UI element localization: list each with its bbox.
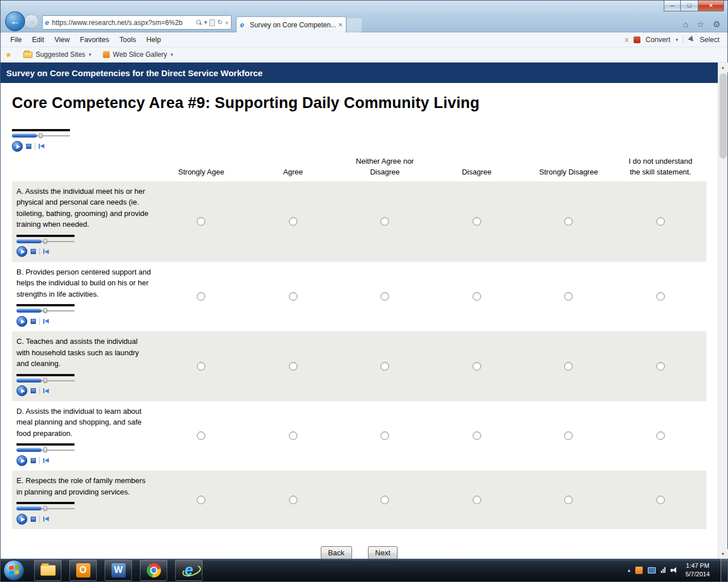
favorites-star-icon[interactable]: ☆ bbox=[697, 19, 704, 30]
radio-option[interactable] bbox=[289, 217, 297, 226]
radio-option[interactable] bbox=[289, 496, 297, 504]
taskbar-clock[interactable]: 1:47 PM 5/7/2014 bbox=[683, 562, 715, 579]
radio-option[interactable] bbox=[564, 362, 573, 371]
radio-option[interactable] bbox=[380, 292, 389, 301]
audio-player[interactable] bbox=[16, 443, 75, 466]
play-button[interactable] bbox=[16, 455, 27, 466]
player-slider-handle[interactable] bbox=[43, 308, 47, 313]
network-display-icon[interactable] bbox=[648, 567, 656, 573]
suggested-sites-button[interactable]: Suggested Sites bbox=[36, 51, 85, 59]
vertical-scrollbar[interactable]: ▲ ▼ bbox=[718, 63, 727, 559]
web-slice-gallery-button[interactable]: Web Slice Gallery bbox=[113, 51, 167, 59]
convert-caret-icon[interactable]: ▾ bbox=[676, 37, 679, 43]
tab-close-icon[interactable]: × bbox=[338, 21, 342, 29]
suggested-sites-caret-icon[interactable]: ▾ bbox=[89, 52, 92, 57]
add-favorite-icon[interactable]: ★ bbox=[5, 51, 12, 59]
scroll-thumb[interactable] bbox=[719, 73, 727, 159]
radio-option[interactable] bbox=[656, 362, 665, 371]
radio-option[interactable] bbox=[380, 496, 389, 504]
scroll-up-button[interactable]: ▲ bbox=[718, 63, 728, 72]
radio-option[interactable] bbox=[197, 217, 205, 226]
play-button[interactable] bbox=[16, 246, 27, 257]
player-slider-handle[interactable] bbox=[43, 239, 47, 244]
maximize-button[interactable]: □ bbox=[681, 1, 698, 11]
new-tab-stub[interactable] bbox=[347, 18, 362, 32]
stop-button[interactable] bbox=[31, 249, 36, 254]
toolbar-close-icon[interactable]: x bbox=[625, 36, 628, 44]
skip-to-start-button[interactable] bbox=[43, 319, 49, 324]
radio-option[interactable] bbox=[656, 496, 665, 504]
radio-option[interactable] bbox=[564, 496, 573, 504]
menu-item-tools[interactable]: Tools bbox=[114, 36, 141, 44]
browser-tab[interactable]: e Survey on Core Competen... × bbox=[236, 16, 346, 32]
radio-option[interactable] bbox=[289, 362, 297, 371]
compatibility-icon[interactable] bbox=[209, 19, 215, 26]
skip-to-start-button[interactable] bbox=[39, 144, 44, 149]
radio-option[interactable] bbox=[473, 217, 481, 226]
radio-option[interactable] bbox=[380, 431, 389, 440]
audio-player[interactable] bbox=[16, 304, 75, 327]
taskbar-item-explorer[interactable] bbox=[34, 560, 61, 581]
network-signal-icon[interactable] bbox=[661, 567, 665, 573]
menu-item-file[interactable]: File bbox=[5, 36, 27, 44]
radio-option[interactable] bbox=[473, 431, 481, 440]
address-dropdown-caret[interactable]: ▾ bbox=[204, 19, 208, 26]
radio-option[interactable] bbox=[656, 431, 665, 440]
radio-option[interactable] bbox=[289, 292, 297, 301]
stop-button[interactable] bbox=[26, 144, 31, 149]
radio-option[interactable] bbox=[197, 292, 205, 301]
player-seek-slider[interactable] bbox=[16, 307, 75, 314]
play-button[interactable] bbox=[16, 316, 27, 327]
tray-app-icon[interactable] bbox=[635, 567, 643, 574]
minimize-button[interactable]: – bbox=[664, 1, 681, 11]
search-icon[interactable] bbox=[196, 19, 202, 26]
close-button[interactable]: × bbox=[698, 1, 724, 11]
play-button[interactable] bbox=[12, 141, 23, 152]
radio-option[interactable] bbox=[564, 217, 573, 226]
back-button[interactable]: ← bbox=[5, 11, 25, 31]
radio-option[interactable] bbox=[473, 496, 481, 504]
convert-button[interactable]: Convert bbox=[646, 36, 671, 44]
player-slider-handle[interactable] bbox=[43, 378, 47, 383]
audio-player[interactable] bbox=[16, 235, 75, 257]
home-icon[interactable]: ⌂ bbox=[683, 19, 688, 30]
web-slice-caret-icon[interactable]: ▾ bbox=[171, 52, 173, 57]
radio-option[interactable] bbox=[380, 217, 389, 226]
play-button[interactable] bbox=[16, 385, 27, 396]
menu-item-view[interactable]: View bbox=[49, 36, 75, 44]
menu-item-help[interactable]: Help bbox=[141, 36, 166, 44]
taskbar-item-chrome[interactable] bbox=[140, 560, 167, 581]
radio-option[interactable] bbox=[473, 362, 481, 371]
radio-option[interactable] bbox=[289, 431, 297, 440]
skip-to-start-button[interactable] bbox=[43, 388, 49, 393]
taskbar-item-outlook[interactable]: O bbox=[69, 560, 97, 581]
player-slider-handle[interactable] bbox=[39, 133, 43, 138]
select-button[interactable]: Select bbox=[700, 36, 719, 44]
scroll-down-button[interactable]: ▼ bbox=[718, 549, 728, 559]
radio-option[interactable] bbox=[656, 217, 665, 226]
stop-button[interactable] bbox=[31, 517, 36, 522]
refresh-icon[interactable]: ↻ bbox=[217, 19, 222, 26]
play-button[interactable] bbox=[16, 514, 27, 525]
forward-button[interactable]: → bbox=[24, 14, 39, 29]
radio-option[interactable] bbox=[656, 292, 665, 301]
audio-player[interactable] bbox=[16, 374, 75, 397]
radio-option[interactable] bbox=[197, 496, 205, 504]
menu-item-favorites[interactable]: Favorites bbox=[75, 36, 114, 44]
show-desktop-button[interactable] bbox=[721, 559, 727, 581]
radio-option[interactable] bbox=[380, 362, 389, 371]
address-bar[interactable]: e https://www.research.net/s.aspx?sm=6%2… bbox=[42, 15, 231, 30]
menu-item-edit[interactable]: Edit bbox=[27, 36, 49, 44]
taskbar-item-ie[interactable]: e bbox=[175, 560, 202, 581]
radio-option[interactable] bbox=[564, 431, 573, 440]
player-slider-handle[interactable] bbox=[43, 506, 47, 511]
skip-to-start-button[interactable] bbox=[43, 249, 49, 254]
tray-expand-icon[interactable]: ▴ bbox=[628, 567, 631, 573]
address-url[interactable]: https://www.research.net/s.aspx?sm=6%2b bbox=[52, 19, 196, 27]
taskbar-item-word[interactable]: W bbox=[105, 560, 132, 581]
stop-button[interactable] bbox=[31, 458, 36, 463]
player-seek-slider[interactable] bbox=[16, 505, 75, 512]
stop-button[interactable] bbox=[31, 319, 36, 324]
player-slider-handle[interactable] bbox=[43, 447, 47, 452]
radio-option[interactable] bbox=[473, 292, 481, 301]
